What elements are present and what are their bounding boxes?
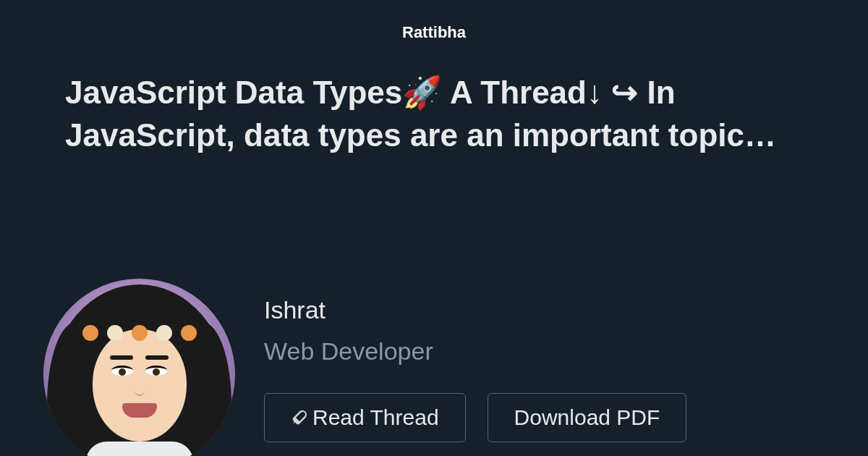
feather-icon: [291, 409, 308, 426]
download-pdf-label: Download PDF: [514, 405, 660, 430]
site-name: Rattibha: [402, 23, 466, 41]
site-header: Rattibha: [0, 0, 868, 42]
download-pdf-button[interactable]: Download PDF: [488, 393, 687, 442]
author-avatar: [43, 279, 235, 456]
thread-title: JavaScript Data Types🚀 A Thread↓ ↪ In Ja…: [0, 42, 868, 157]
read-thread-button[interactable]: Read Thread: [264, 393, 466, 442]
author-role: Web Developer: [264, 337, 686, 366]
read-thread-label: Read Thread: [312, 405, 439, 430]
author-name: Ishrat: [264, 296, 686, 324]
action-buttons: Read Thread Download PDF: [264, 393, 686, 442]
profile-section: Ishrat Web Developer Read Thread Downloa…: [0, 279, 686, 456]
profile-info: Ishrat Web Developer Read Thread Downloa…: [264, 279, 686, 442]
